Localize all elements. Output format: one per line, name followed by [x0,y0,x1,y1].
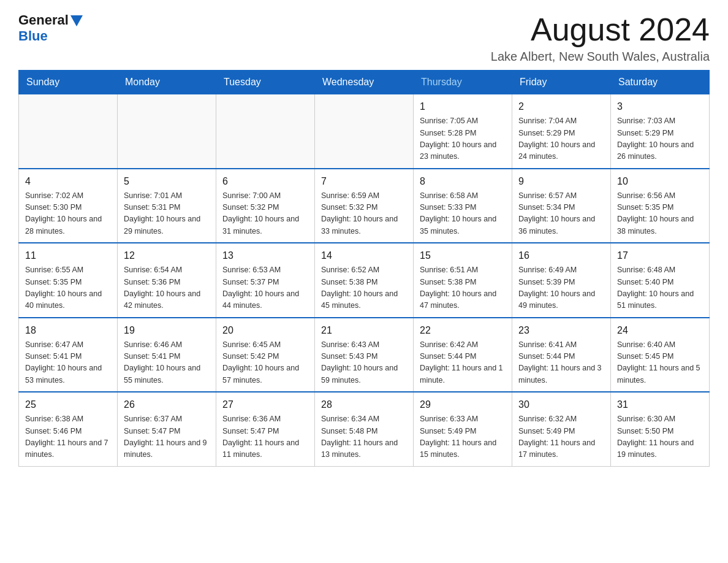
calendar-cell: 3Sunrise: 7:03 AM Sunset: 5:29 PM Daylig… [611,94,710,169]
day-number: 16 [518,248,604,263]
calendar-cell: 26Sunrise: 6:37 AM Sunset: 5:47 PM Dayli… [118,392,216,466]
day-number: 10 [617,174,703,189]
day-number: 9 [518,174,604,189]
day-info: Sunrise: 6:58 AM Sunset: 5:33 PM Dayligh… [420,190,506,238]
day-info: Sunrise: 6:41 AM Sunset: 5:44 PM Dayligh… [518,339,604,387]
day-info: Sunrise: 7:05 AM Sunset: 5:28 PM Dayligh… [420,115,506,163]
day-info: Sunrise: 6:46 AM Sunset: 5:41 PM Dayligh… [124,339,210,387]
day-info: Sunrise: 6:53 AM Sunset: 5:37 PM Dayligh… [222,264,308,312]
calendar-cell [216,94,315,169]
calendar-cell [19,94,118,169]
calendar-week-2: 4Sunrise: 7:02 AM Sunset: 5:30 PM Daylig… [19,169,710,243]
calendar-week-4: 18Sunrise: 6:47 AM Sunset: 5:41 PM Dayli… [19,318,710,393]
calendar-cell: 28Sunrise: 6:34 AM Sunset: 5:48 PM Dayli… [315,392,414,466]
calendar-cell: 7Sunrise: 6:59 AM Sunset: 5:32 PM Daylig… [315,169,414,243]
day-info: Sunrise: 6:45 AM Sunset: 5:42 PM Dayligh… [222,339,308,387]
calendar-cell: 4Sunrise: 7:02 AM Sunset: 5:30 PM Daylig… [19,169,118,243]
calendar-cell: 30Sunrise: 6:32 AM Sunset: 5:49 PM Dayli… [512,392,611,466]
day-number: 26 [124,397,210,412]
calendar-cell: 19Sunrise: 6:46 AM Sunset: 5:41 PM Dayli… [118,318,216,393]
weekday-header-sunday: Sunday [19,71,118,94]
day-number: 19 [124,323,210,338]
day-number: 24 [617,323,703,338]
calendar-cell: 15Sunrise: 6:51 AM Sunset: 5:38 PM Dayli… [414,243,512,318]
calendar-cell: 5Sunrise: 7:01 AM Sunset: 5:31 PM Daylig… [118,169,216,243]
calendar-cell: 9Sunrise: 6:57 AM Sunset: 5:34 PM Daylig… [512,169,611,243]
day-number: 11 [25,248,111,263]
day-number: 8 [420,174,506,189]
calendar-cell: 11Sunrise: 6:55 AM Sunset: 5:35 PM Dayli… [19,243,118,318]
day-info: Sunrise: 6:51 AM Sunset: 5:38 PM Dayligh… [420,264,506,312]
day-info: Sunrise: 6:54 AM Sunset: 5:36 PM Dayligh… [124,264,210,312]
weekday-header-saturday: Saturday [611,71,710,94]
calendar-cell: 17Sunrise: 6:48 AM Sunset: 5:40 PM Dayli… [611,243,710,318]
day-info: Sunrise: 6:48 AM Sunset: 5:40 PM Dayligh… [617,264,703,312]
day-info: Sunrise: 6:47 AM Sunset: 5:41 PM Dayligh… [25,339,111,387]
day-info: Sunrise: 6:30 AM Sunset: 5:50 PM Dayligh… [617,413,703,461]
calendar-table: SundayMondayTuesdayWednesdayThursdayFrid… [18,70,710,467]
day-number: 25 [25,397,111,412]
day-info: Sunrise: 6:59 AM Sunset: 5:32 PM Dayligh… [321,190,407,238]
day-number: 21 [321,323,407,338]
day-info: Sunrise: 6:52 AM Sunset: 5:38 PM Dayligh… [321,264,407,312]
calendar-cell: 20Sunrise: 6:45 AM Sunset: 5:42 PM Dayli… [216,318,315,393]
day-number: 5 [124,174,210,189]
day-number: 20 [222,323,308,338]
calendar-cell [118,94,216,169]
day-info: Sunrise: 6:56 AM Sunset: 5:35 PM Dayligh… [617,190,703,238]
day-info: Sunrise: 6:37 AM Sunset: 5:47 PM Dayligh… [124,413,210,461]
day-info: Sunrise: 7:04 AM Sunset: 5:29 PM Dayligh… [518,115,604,163]
calendar-cell: 10Sunrise: 6:56 AM Sunset: 5:35 PM Dayli… [611,169,710,243]
day-number: 27 [222,397,308,412]
calendar-cell: 2Sunrise: 7:04 AM Sunset: 5:29 PM Daylig… [512,94,611,169]
day-info: Sunrise: 6:38 AM Sunset: 5:46 PM Dayligh… [25,413,111,461]
day-number: 7 [321,174,407,189]
calendar-cell: 12Sunrise: 6:54 AM Sunset: 5:36 PM Dayli… [118,243,216,318]
day-number: 4 [25,174,111,189]
calendar-week-1: 1Sunrise: 7:05 AM Sunset: 5:28 PM Daylig… [19,94,710,169]
day-number: 6 [222,174,308,189]
page-header: General Blue August 2024 Lake Albert, Ne… [18,12,710,64]
calendar-cell: 27Sunrise: 6:36 AM Sunset: 5:47 PM Dayli… [216,392,315,466]
calendar-cell: 14Sunrise: 6:52 AM Sunset: 5:38 PM Dayli… [315,243,414,318]
calendar-cell: 6Sunrise: 7:00 AM Sunset: 5:32 PM Daylig… [216,169,315,243]
day-number: 29 [420,397,506,412]
day-info: Sunrise: 6:40 AM Sunset: 5:45 PM Dayligh… [617,339,703,387]
calendar-cell: 25Sunrise: 6:38 AM Sunset: 5:46 PM Dayli… [19,392,118,466]
logo: General Blue [18,12,83,44]
calendar-cell: 21Sunrise: 6:43 AM Sunset: 5:43 PM Dayli… [315,318,414,393]
day-info: Sunrise: 6:55 AM Sunset: 5:35 PM Dayligh… [25,264,111,312]
logo-general-text: General [18,12,83,28]
day-info: Sunrise: 7:01 AM Sunset: 5:31 PM Dayligh… [124,190,210,238]
day-number: 22 [420,323,506,338]
logo-blue-word: Blue [18,28,48,44]
calendar-cell: 24Sunrise: 6:40 AM Sunset: 5:45 PM Dayli… [611,318,710,393]
weekday-header-row: SundayMondayTuesdayWednesdayThursdayFrid… [19,71,710,94]
day-info: Sunrise: 7:02 AM Sunset: 5:30 PM Dayligh… [25,190,111,238]
day-number: 31 [617,397,703,412]
calendar-week-3: 11Sunrise: 6:55 AM Sunset: 5:35 PM Dayli… [19,243,710,318]
day-info: Sunrise: 6:33 AM Sunset: 5:49 PM Dayligh… [420,413,506,461]
day-number: 14 [321,248,407,263]
day-info: Sunrise: 6:34 AM Sunset: 5:48 PM Dayligh… [321,413,407,461]
weekday-header-tuesday: Tuesday [216,71,315,94]
calendar-cell: 18Sunrise: 6:47 AM Sunset: 5:41 PM Dayli… [19,318,118,393]
calendar-cell: 31Sunrise: 6:30 AM Sunset: 5:50 PM Dayli… [611,392,710,466]
day-number: 1 [420,99,506,114]
day-number: 28 [321,397,407,412]
calendar-cell: 13Sunrise: 6:53 AM Sunset: 5:37 PM Dayli… [216,243,315,318]
day-number: 17 [617,248,703,263]
calendar-cell: 23Sunrise: 6:41 AM Sunset: 5:44 PM Dayli… [512,318,611,393]
day-info: Sunrise: 7:00 AM Sunset: 5:32 PM Dayligh… [222,190,308,238]
day-info: Sunrise: 6:43 AM Sunset: 5:43 PM Dayligh… [321,339,407,387]
calendar-week-5: 25Sunrise: 6:38 AM Sunset: 5:46 PM Dayli… [19,392,710,466]
calendar-cell [315,94,414,169]
day-info: Sunrise: 6:32 AM Sunset: 5:49 PM Dayligh… [518,413,604,461]
day-number: 13 [222,248,308,263]
logo-triangle-icon [70,15,83,26]
title-section: August 2024 Lake Albert, New South Wales… [491,12,710,64]
logo-general-word: General [18,12,69,28]
day-number: 23 [518,323,604,338]
day-info: Sunrise: 6:49 AM Sunset: 5:39 PM Dayligh… [518,264,604,312]
day-info: Sunrise: 6:57 AM Sunset: 5:34 PM Dayligh… [518,190,604,238]
